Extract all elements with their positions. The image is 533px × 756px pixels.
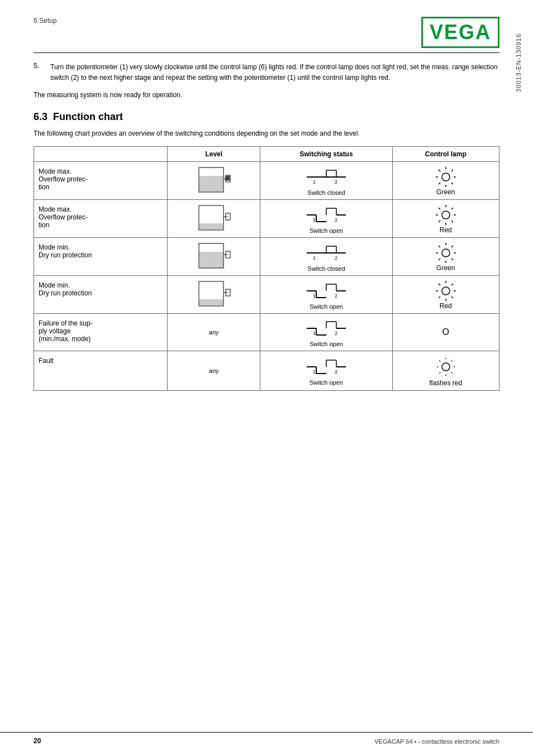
svg-line-85 <box>439 284 440 285</box>
row6-lamp-label: flashes red <box>429 379 462 387</box>
svg-rect-1 <box>199 168 223 176</box>
green-lamp-icon <box>435 166 457 188</box>
switch-closed-diagram: 1 2 <box>304 166 349 188</box>
table-header-row: Level Switching status Control lamp <box>34 147 499 162</box>
table-row: Mode max. Overflow protec- tion ⬛ <box>34 162 499 200</box>
svg-text:1: 1 <box>313 293 316 299</box>
row3-switch: 1 2 Switch closed <box>260 238 392 276</box>
row3-desc: Mode min. Dry run protection <box>34 238 168 276</box>
row1-switch-label: Switch closed <box>265 189 387 196</box>
table-row: Fault any 1 2 <box>34 351 499 391</box>
col-header-switch: Switching status <box>260 147 392 162</box>
row1-desc: Mode max. Overflow protec- tion <box>34 162 168 200</box>
level-diagram-high2 <box>197 241 231 270</box>
footer: 20 VEGACAP 64 • - contactless electronic… <box>0 732 533 745</box>
svg-rect-68 <box>199 299 223 305</box>
section-description: The following chart provides an overview… <box>34 128 499 138</box>
svg-line-86 <box>451 296 453 298</box>
ready-text: The measuring system is now ready for op… <box>34 90 499 100</box>
svg-line-20 <box>451 183 453 184</box>
svg-text:2: 2 <box>335 331 337 336</box>
svg-line-43 <box>451 208 453 209</box>
page-number: 20 <box>34 737 41 745</box>
row1-lamp-label: Green <box>436 188 455 196</box>
row3-lamp: Green <box>392 238 499 276</box>
red-lamp-icon <box>435 204 457 226</box>
row5-switch-label: Switch open <box>265 341 387 347</box>
svg-rect-46 <box>199 244 223 252</box>
svg-text:1: 1 <box>313 255 316 261</box>
row4-level <box>168 276 260 314</box>
lamp-off-icon: O <box>442 327 449 337</box>
content: 5. Turn the potentiometer (1) very slowl… <box>34 62 499 391</box>
svg-text:2: 2 <box>335 179 337 185</box>
row6-switch: 1 2 Switch open <box>260 351 392 391</box>
row5-level: any <box>168 314 260 351</box>
red-lamp-icon2 <box>435 280 457 302</box>
svg-text:2: 2 <box>335 369 337 375</box>
svg-point-14 <box>442 173 450 181</box>
row1-lamp: Green <box>392 162 499 200</box>
section-label: 6 Setup <box>34 17 56 25</box>
svg-line-65 <box>451 246 453 247</box>
row1-level: ⬛ <box>168 162 260 200</box>
svg-line-87 <box>451 284 453 285</box>
logo: VEGA <box>421 17 499 48</box>
row6-level: any <box>168 351 260 391</box>
svg-text:2: 2 <box>335 217 337 223</box>
row2-lamp: Red <box>392 200 499 238</box>
green-lamp-icon2 <box>435 242 457 264</box>
row3-lamp-label: Green <box>436 264 455 272</box>
section-title: Function chart <box>53 111 123 122</box>
col-header-desc <box>34 147 168 162</box>
switch-open-diagram2: 1 2 <box>304 280 349 302</box>
section-heading: 6.3 Function chart <box>34 111 499 123</box>
svg-text:1: 1 <box>313 331 316 336</box>
row6-lamp: flashes red <box>392 351 499 391</box>
row2-desc: Mode max. Overflow protec- tion <box>34 200 168 238</box>
svg-point-36 <box>442 211 450 219</box>
table-row: Mode min. Dry run protection <box>34 238 499 276</box>
row5-lamp: O <box>392 314 499 351</box>
svg-line-21 <box>451 170 453 171</box>
level-diagram-low2 <box>197 279 231 308</box>
svg-point-107 <box>442 363 450 371</box>
table-row: Mode max. Overflow protec- tion <box>34 200 499 238</box>
svg-rect-24 <box>199 223 223 229</box>
svg-text:1: 1 <box>313 217 316 223</box>
svg-text:1: 1 <box>313 179 316 185</box>
svg-line-64 <box>451 259 453 260</box>
switch-closed-diagram2: 1 2 <box>304 242 349 264</box>
row6-desc: Fault <box>34 351 168 391</box>
svg-text:1: 1 <box>313 369 316 375</box>
header: 6 Setup VEGA <box>34 17 499 53</box>
row4-lamp-label: Red <box>440 302 452 310</box>
row3-switch-label: Switch closed <box>265 265 387 272</box>
step-number: 5. <box>34 62 50 83</box>
row2-switch: 1 2 Switch open <box>260 200 392 238</box>
row2-lamp-label: Red <box>440 226 452 234</box>
step-text: Turn the potentiometer (1) very slowly c… <box>50 62 499 83</box>
row5-switch: 1 2 Switch open <box>260 314 392 351</box>
svg-line-112 <box>439 360 440 361</box>
table-row: Failure of the sup- ply voltage (min./ma… <box>34 314 499 351</box>
level-diagram-high: ⬛ <box>197 165 231 194</box>
doc-number: 30013-EN-130916 <box>515 34 522 92</box>
svg-line-63 <box>439 246 440 247</box>
row5-desc: Failure of the sup- ply voltage (min./ma… <box>34 314 168 351</box>
col-header-level: Level <box>168 147 260 162</box>
svg-point-80 <box>442 287 450 295</box>
flashing-lamp-icon <box>432 355 460 379</box>
row4-desc: Mode min. Dry run protection <box>34 276 168 314</box>
svg-text:2: 2 <box>335 293 337 299</box>
svg-text:2: 2 <box>335 255 337 261</box>
switch-open-diagram4: 1 2 <box>304 356 349 378</box>
row4-lamp: Red <box>392 276 499 314</box>
switch-open-diagram: 1 2 <box>304 204 349 226</box>
svg-line-88 <box>439 296 440 298</box>
svg-line-66 <box>439 259 440 260</box>
row6-switch-label: Switch open <box>265 379 387 386</box>
col-header-lamp: Control lamp <box>392 147 499 162</box>
row2-switch-label: Switch open <box>265 227 387 234</box>
step-5: 5. Turn the potentiometer (1) very slowl… <box>34 62 499 83</box>
